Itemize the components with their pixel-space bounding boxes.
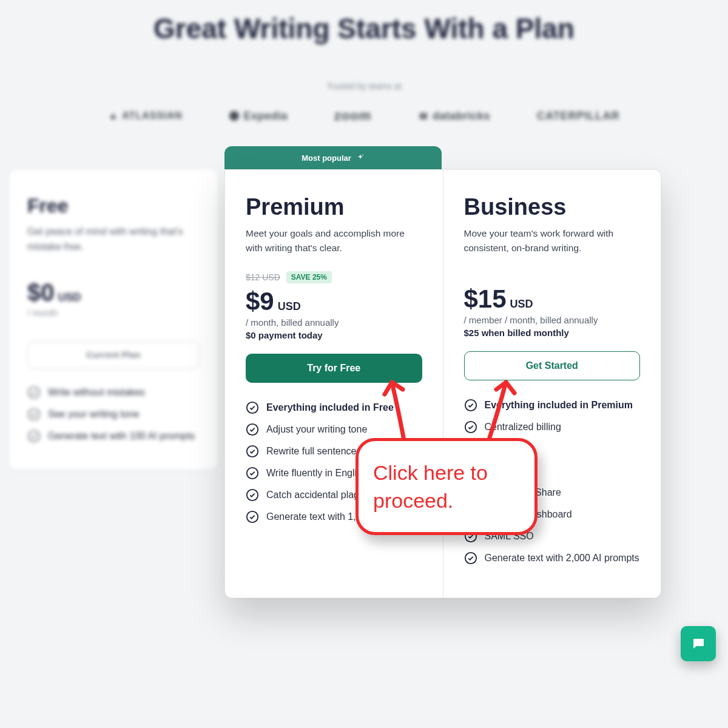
svg-point-4 bbox=[29, 386, 39, 397]
svg-point-13 bbox=[247, 511, 258, 522]
check-icon bbox=[464, 399, 477, 412]
svg-point-6 bbox=[29, 430, 39, 441]
check-icon bbox=[27, 386, 41, 399]
plan-card-free: Free Get peace of mind with writing that… bbox=[8, 169, 218, 470]
svg-point-7 bbox=[362, 154, 363, 155]
plan-desc-premium: Meet your goals and accomplish more with… bbox=[246, 226, 422, 255]
check-icon bbox=[27, 408, 41, 421]
plan-note-business: $25 when billed monthly bbox=[464, 328, 641, 338]
feature-item: Generate text with 100 AI prompts bbox=[27, 430, 200, 443]
trusted-label: Trusted by teams at bbox=[0, 81, 728, 91]
check-icon bbox=[246, 401, 259, 414]
chat-icon bbox=[690, 636, 706, 651]
svg-point-11 bbox=[247, 468, 258, 479]
svg-point-12 bbox=[247, 490, 258, 500]
logo-expedia: Expedia bbox=[229, 110, 288, 123]
page-title: Great Writing Starts With a Plan bbox=[0, 0, 728, 45]
feature-item: Generate text with 2,000 AI prompts bbox=[464, 551, 641, 565]
logo-caterpillar: CATERPILLAR bbox=[537, 110, 620, 123]
plan-billing-business: / member / month, billed annually bbox=[464, 315, 641, 325]
current-plan-button: Current Plan bbox=[27, 341, 200, 369]
plan-desc-free: Get peace of mind with writing that's mi… bbox=[27, 224, 200, 255]
svg-point-15 bbox=[465, 422, 476, 433]
logo-zoom: zoom bbox=[334, 108, 371, 124]
check-icon bbox=[464, 551, 477, 565]
svg-point-8 bbox=[247, 402, 258, 413]
plan-name-business: Business bbox=[464, 194, 641, 220]
annotation-text: Click here to proceed. bbox=[373, 461, 488, 512]
svg-point-5 bbox=[29, 408, 39, 419]
logo-row: ▲ ATLASSIAN Expedia zoom databricks CATE… bbox=[85, 108, 643, 124]
svg-point-10 bbox=[247, 446, 258, 457]
check-icon bbox=[246, 445, 259, 458]
check-icon bbox=[246, 488, 259, 502]
plan-price-business: $15 USD bbox=[464, 285, 641, 314]
plan-billing-premium: / month, billed annually bbox=[246, 317, 422, 328]
annotation-callout: Click here to proceed. bbox=[356, 438, 538, 535]
svg-point-14 bbox=[465, 400, 476, 411]
svg-rect-3 bbox=[420, 118, 428, 120]
check-icon bbox=[27, 430, 41, 443]
logo-databricks: databricks bbox=[418, 110, 490, 123]
svg-rect-1 bbox=[420, 113, 428, 115]
check-icon bbox=[246, 467, 259, 480]
plan-note-premium: $0 payment today bbox=[246, 330, 422, 340]
strike-price: $12 USD bbox=[246, 272, 280, 282]
svg-point-21 bbox=[465, 553, 476, 564]
plan-name-premium: Premium bbox=[246, 194, 422, 220]
chat-widget-button[interactable] bbox=[681, 626, 716, 661]
plan-desc-business: Move your team's work forward with consi… bbox=[464, 226, 641, 255]
check-icon bbox=[246, 510, 259, 524]
save-badge: SAVE 25% bbox=[286, 271, 332, 283]
check-icon bbox=[464, 420, 477, 434]
plan-price-premium: $9 USD bbox=[246, 287, 422, 316]
feature-item: Write without mistakes bbox=[27, 386, 200, 399]
sparkle-icon bbox=[356, 153, 365, 162]
svg-point-0 bbox=[229, 111, 239, 121]
check-icon bbox=[246, 423, 259, 436]
plan-billing-free: / month bbox=[27, 308, 200, 318]
svg-point-9 bbox=[247, 424, 258, 435]
logo-atlassian: ▲ ATLASSIAN bbox=[108, 110, 182, 121]
svg-rect-2 bbox=[420, 115, 428, 117]
plan-name-free: Free bbox=[27, 195, 200, 217]
feature-item: See your writing tone bbox=[27, 408, 200, 421]
plan-price-free: $0USD bbox=[27, 279, 200, 306]
most-popular-banner: Most popular bbox=[224, 146, 442, 169]
